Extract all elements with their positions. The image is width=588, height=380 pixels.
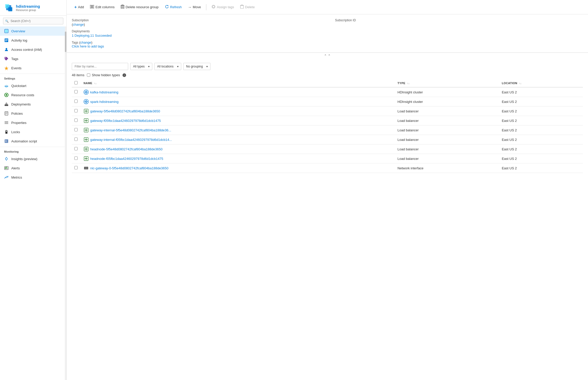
sidebar-item-events[interactable]: Events: [0, 63, 65, 73]
sidebar-item-label: Access control (IAM): [11, 48, 42, 52]
row-checkbox-cell: [72, 87, 81, 97]
sidebar-item-label: Metrics: [11, 176, 22, 179]
svg-rect-7: [5, 40, 8, 41]
sidebar-item-activity-log[interactable]: Activity log: [0, 36, 65, 45]
all-locations-select[interactable]: All locations: [154, 63, 181, 70]
table-row: nic-gateway-0-5f5e48d0802742fcaf804ba188…: [72, 163, 583, 173]
svg-rect-35: [5, 167, 6, 169]
no-grouping-select[interactable]: No grouping: [183, 63, 210, 70]
th-select-all: [72, 79, 81, 87]
svg-point-58: [86, 93, 87, 94]
row-type-cell: Network interface: [395, 163, 499, 173]
svg-point-49: [213, 6, 214, 7]
sidebar-navigation: Overview Activity log Access control (IA…: [0, 26, 65, 380]
row-checkbox[interactable]: [74, 90, 78, 93]
sidebar-item-label: Policies: [11, 112, 23, 115]
sidebar-scrollbar-track[interactable]: [65, 26, 66, 380]
delete-group-button[interactable]: Delete resource group: [118, 3, 161, 11]
sidebar-item-alerts[interactable]: Alerts: [0, 163, 65, 173]
sidebar-item-insights[interactable]: Insights (preview): [0, 154, 65, 163]
table-row: gateway-internal-f05fbc1daa42460297978d6…: [72, 135, 583, 144]
sidebar-item-label: Locks: [11, 130, 20, 134]
sidebar-item-label: Overview: [11, 29, 25, 33]
assign-tags-button[interactable]: Assign tags: [209, 3, 237, 11]
deployments-label: Deployments: [72, 30, 583, 33]
row-checkbox[interactable]: [74, 147, 78, 150]
hidden-types-info-icon[interactable]: i: [123, 73, 126, 77]
svg-rect-38: [90, 5, 91, 8]
locks-icon: [4, 130, 9, 134]
filter-input[interactable]: [72, 63, 128, 70]
info-row-2: Deployments 1 Deploying,11 Succeeded: [72, 30, 583, 37]
row-checkbox[interactable]: [74, 100, 78, 103]
type-sort-icon[interactable]: ↑↓: [407, 82, 410, 85]
row-checkbox[interactable]: [74, 157, 78, 160]
row-location-cell: East US 2: [499, 97, 583, 106]
sidebar-item-locks[interactable]: Locks: [0, 127, 65, 137]
svg-point-61: [85, 101, 86, 102]
svg-point-55: [85, 92, 86, 93]
move-button[interactable]: → Move: [185, 4, 204, 11]
row-location-cell: East US 2: [499, 163, 583, 173]
sidebar-item-label: Insights (preview): [11, 157, 37, 161]
sidebar-item-overview[interactable]: Overview: [0, 26, 65, 36]
sidebar-item-quickstart[interactable]: Quickstart: [0, 81, 65, 90]
sidebar-item-resource-costs[interactable]: Resource costs: [0, 90, 65, 100]
row-checkbox[interactable]: [74, 128, 78, 131]
select-all-checkbox[interactable]: [74, 81, 78, 84]
resource-name-link[interactable]: gateway-internal-5f5e48d0802742fcaf804ba…: [90, 128, 171, 132]
resources-table: NAME ↑↓ TYPE ↑↓ LOCATION ↑↓: [72, 79, 583, 173]
resource-name-link[interactable]: gateway-5f5e48d0802742fcaf804ba188de3650: [90, 109, 160, 113]
sidebar-item-policies[interactable]: Policies: [0, 109, 65, 118]
resource-name-link[interactable]: headnode-5f5e48d0802742fcaf804ba188de365…: [90, 147, 163, 151]
sidebar-item-label: Quickstart: [11, 84, 26, 88]
row-checkbox[interactable]: [74, 119, 78, 122]
resource-name-link[interactable]: spark-hdistreaming: [90, 100, 119, 104]
row-checkbox[interactable]: [74, 109, 78, 112]
svg-point-56: [87, 92, 88, 93]
resource-name-link[interactable]: gateway-f05fbc1daa42460297978d6d1dcb1475: [90, 119, 161, 123]
collapse-info-button[interactable]: ⌃ ⌃: [67, 53, 588, 59]
sidebar-item-automation-script[interactable]: Automation script: [0, 137, 65, 146]
all-locations-select-wrap: All locations: [154, 63, 181, 70]
name-sort-icon[interactable]: ↑↓: [94, 82, 97, 85]
sidebar-item-tags[interactable]: Tags: [0, 54, 65, 63]
sidebar-item-deployments[interactable]: Deployments: [0, 100, 65, 109]
svg-rect-74: [85, 148, 87, 150]
deployments-link[interactable]: 1 Deploying,11 Succeeded: [72, 34, 111, 37]
svg-rect-66: [85, 110, 87, 112]
edit-columns-button[interactable]: Edit columns: [87, 3, 117, 11]
add-button[interactable]: + Add: [72, 3, 86, 11]
svg-point-15: [6, 94, 7, 96]
automation-script-icon: [4, 139, 9, 143]
all-types-select[interactable]: All types: [130, 63, 152, 70]
row-checkbox[interactable]: [74, 138, 78, 141]
resource-name-link[interactable]: gateway-internal-f05fbc1daa42460297978d6…: [90, 138, 172, 142]
tags-add-link[interactable]: Click here to add tags: [72, 44, 104, 48]
refresh-button[interactable]: Refresh: [162, 3, 185, 11]
sidebar-item-metrics[interactable]: Metrics: [0, 173, 65, 182]
location-sort-icon[interactable]: ↑↓: [519, 82, 522, 85]
svg-rect-25: [5, 123, 8, 124]
row-checkbox-cell: [72, 125, 81, 135]
delete-icon: [240, 5, 244, 9]
sidebar-scrollbar-thumb[interactable]: [65, 32, 66, 52]
show-hidden-types-checkbox-label[interactable]: Show hidden types: [87, 73, 120, 77]
search-input[interactable]: [3, 18, 63, 24]
sidebar-item-label: Alerts: [11, 166, 20, 170]
row-name-cell: gateway-5f5e48d0802742fcaf804ba188de3650: [81, 106, 395, 116]
delete-button[interactable]: Delete: [238, 3, 257, 11]
row-location-cell: East US 2: [499, 135, 583, 144]
show-hidden-types-checkbox[interactable]: [87, 73, 90, 77]
resource-name-link[interactable]: kafka-hdistreaming: [90, 90, 118, 94]
app-name: hdistreaming: [16, 4, 40, 8]
resource-name-link[interactable]: nic-gateway-0-5f5e48d0802742fcaf804ba188…: [90, 166, 168, 170]
subscription-change-link[interactable]: change: [73, 23, 84, 26]
resource-group-info: Subscription (change) Subscription ID De…: [67, 14, 588, 53]
sidebar-item-iam[interactable]: Access control (IAM): [0, 45, 65, 54]
sidebar-item-properties[interactable]: Properties: [0, 118, 65, 127]
row-checkbox[interactable]: [74, 166, 78, 169]
properties-icon: [4, 120, 9, 125]
resource-name-link[interactable]: headnode-f05fbc1daa42460297978d6d1dcb147…: [90, 157, 163, 161]
tags-change-link[interactable]: change: [80, 41, 91, 44]
